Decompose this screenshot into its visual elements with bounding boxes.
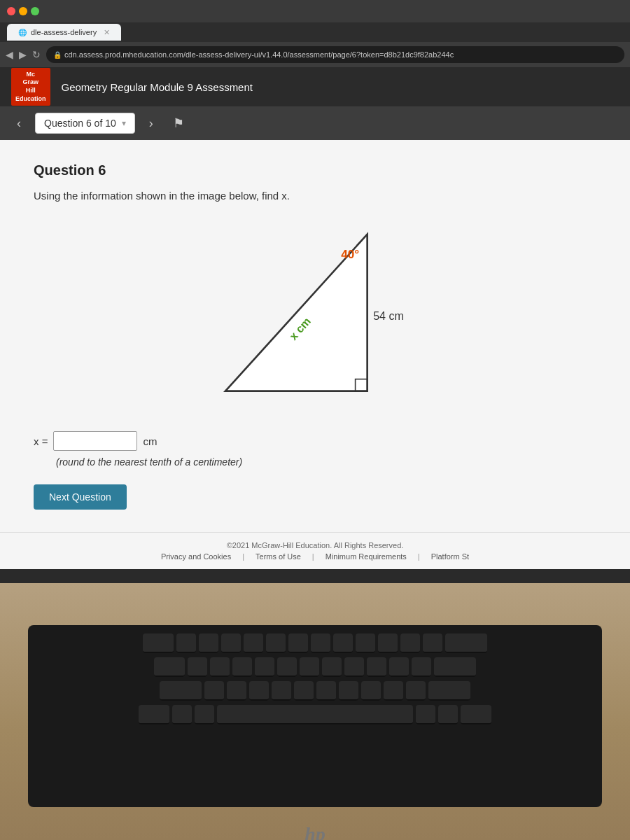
assessment-title: Geometry Regular Module 9 Assessment <box>62 81 253 93</box>
question-number: Question 6 <box>34 162 596 178</box>
address-bar[interactable]: 🔒 cdn.assess.prod.mheducation.com/dle-as… <box>46 46 624 63</box>
kb-key[interactable] <box>412 657 431 677</box>
kb-key[interactable] <box>244 634 263 653</box>
kb-key[interactable] <box>227 681 246 701</box>
question-dropdown[interactable]: Question 6 of 10 ▾ <box>35 113 135 134</box>
kb-key[interactable] <box>316 681 336 701</box>
kb-key[interactable] <box>434 657 476 677</box>
question-prompt: Using the information shown in the image… <box>34 190 596 202</box>
triangle-diagram: 40° 54 cm x cm <box>203 218 427 414</box>
kb-key[interactable] <box>416 705 435 724</box>
round-note: (round to the nearest tenth of a centime… <box>56 456 596 468</box>
mgh-logo: Mc Graw Hill Education <box>11 68 50 106</box>
kb-key[interactable] <box>221 634 241 653</box>
kb-key[interactable] <box>428 681 470 701</box>
kb-key[interactable] <box>361 681 381 701</box>
kb-key[interactable] <box>378 634 398 653</box>
terms-link[interactable]: Terms of Use <box>255 552 301 561</box>
kb-key[interactable] <box>139 705 169 724</box>
browser-tab[interactable]: 🌐 dle-assess-delivery ✕ <box>7 24 121 41</box>
next-question-button[interactable]: Next Question <box>34 484 127 510</box>
kb-key[interactable] <box>160 681 202 701</box>
kb-key[interactable] <box>389 657 409 677</box>
kb-key[interactable] <box>172 705 192 724</box>
mgh-header: Mc Graw Hill Education Geometry Regular … <box>0 67 630 106</box>
kb-key[interactable] <box>255 657 274 677</box>
kb-key[interactable] <box>294 681 314 701</box>
question-dropdown-label: Question 6 of 10 <box>44 118 116 129</box>
laptop-body: hp <box>0 583 630 840</box>
kb-key[interactable] <box>445 634 487 653</box>
kb-key[interactable] <box>232 657 252 677</box>
address-text: cdn.assess.prod.mheducation.com/dle-asse… <box>64 50 454 59</box>
kb-key[interactable] <box>210 657 230 677</box>
platform-link[interactable]: Platform St <box>431 552 469 561</box>
spacebar[interactable] <box>217 705 413 724</box>
kb-key[interactable] <box>188 657 207 677</box>
prev-question-button[interactable]: ‹ <box>11 113 27 134</box>
kb-key[interactable] <box>204 681 224 701</box>
kb-key[interactable] <box>288 634 308 653</box>
keyboard-area <box>28 625 602 807</box>
footer: ©2021 McGraw-Hill Education. All Rights … <box>0 532 630 569</box>
kb-key[interactable] <box>423 634 442 653</box>
kb-key[interactable] <box>195 705 214 724</box>
kb-key[interactable] <box>384 681 403 701</box>
kb-key[interactable] <box>367 657 386 677</box>
hp-logo: hp <box>298 817 332 840</box>
browser-tab-bar: 🌐 dle-assess-delivery ✕ <box>0 22 630 42</box>
kb-key[interactable] <box>400 634 420 653</box>
min-requirements-link[interactable]: Minimum Requirements <box>326 552 407 561</box>
kb-key[interactable] <box>322 657 342 677</box>
forward-button[interactable]: ▶ <box>19 49 27 60</box>
kb-key[interactable] <box>339 681 358 701</box>
footer-links: Privacy and Cookies | Terms of Use | Min… <box>11 552 619 561</box>
privacy-link[interactable]: Privacy and Cookies <box>161 552 231 561</box>
kb-key[interactable] <box>356 634 375 653</box>
kb-key[interactable] <box>272 681 291 701</box>
refresh-button[interactable]: ↻ <box>32 49 41 60</box>
answer-prefix: x = <box>34 435 48 447</box>
svg-text:54 cm: 54 cm <box>373 310 404 322</box>
kb-key[interactable] <box>311 634 330 653</box>
nav-bar: ‹ Question 6 of 10 ▾ › ⚑ <box>0 106 630 140</box>
svg-text:40°: 40° <box>341 248 359 261</box>
kb-key[interactable] <box>249 681 269 701</box>
kb-key[interactable] <box>438 705 458 724</box>
browser-chrome <box>0 0 630 22</box>
back-button[interactable]: ◀ <box>6 49 13 60</box>
kb-key[interactable] <box>333 634 353 653</box>
kb-key[interactable] <box>143 634 174 653</box>
next-question-nav-button[interactable]: › <box>144 113 159 134</box>
kb-key[interactable] <box>461 705 491 724</box>
address-bar-row: ◀ ▶ ↻ 🔒 cdn.assess.prod.mheducation.com/… <box>0 42 630 67</box>
answer-row: x = cm <box>34 431 596 451</box>
bookmark-icon[interactable]: ⚑ <box>173 115 184 131</box>
laptop-bezel-bottom <box>0 569 630 583</box>
main-content: Question 6 Using the information shown i… <box>0 140 630 532</box>
chevron-down-icon: ▾ <box>122 118 126 128</box>
copyright-text: ©2021 McGraw-Hill Education. All Rights … <box>11 541 619 550</box>
answer-unit: cm <box>143 435 157 447</box>
answer-input[interactable] <box>53 431 137 451</box>
kb-key[interactable] <box>406 681 426 701</box>
kb-key[interactable] <box>266 634 286 653</box>
kb-key[interactable] <box>277 657 297 677</box>
kb-key[interactable] <box>300 657 319 677</box>
lock-icon: 🔒 <box>53 51 62 59</box>
kb-key[interactable] <box>344 657 364 677</box>
kb-key[interactable] <box>199 634 218 653</box>
kb-key[interactable] <box>176 634 196 653</box>
kb-key[interactable] <box>154 657 185 677</box>
